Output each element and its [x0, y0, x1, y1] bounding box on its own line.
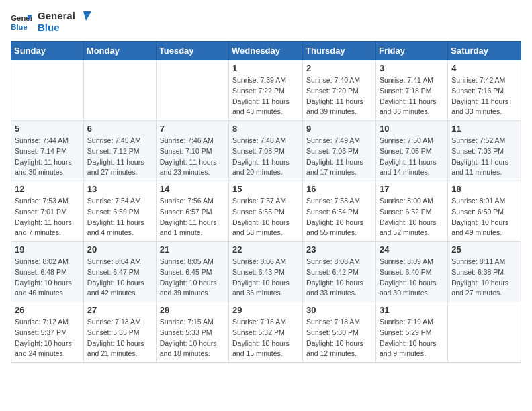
calendar-cell: 12Sunrise: 7:53 AM Sunset: 7:01 PM Dayli… — [11, 181, 84, 242]
day-info: Sunrise: 7:53 AM Sunset: 7:01 PM Dayligh… — [15, 196, 80, 238]
svg-marker-3 — [83, 11, 91, 21]
day-info: Sunrise: 7:52 AM Sunset: 7:03 PM Dayligh… — [451, 136, 517, 178]
calendar-cell: 18Sunrise: 8:01 AM Sunset: 6:50 PM Dayli… — [448, 181, 521, 242]
day-number: 1 — [232, 63, 299, 73]
calendar-cell: 24Sunrise: 8:09 AM Sunset: 6:40 PM Dayli… — [375, 242, 447, 302]
calendar-cell: 5Sunrise: 7:44 AM Sunset: 7:14 PM Daylig… — [11, 121, 84, 181]
calendar-cell: 9Sunrise: 7:49 AM Sunset: 7:06 PM Daylig… — [303, 121, 376, 181]
day-info: Sunrise: 7:54 AM Sunset: 6:59 PM Dayligh… — [87, 196, 152, 238]
calendar-body: 1Sunrise: 7:39 AM Sunset: 7:22 PM Daylig… — [11, 60, 521, 363]
day-info: Sunrise: 7:12 AM Sunset: 5:37 PM Dayligh… — [15, 317, 80, 359]
day-number: 6 — [87, 124, 152, 134]
day-number: 27 — [87, 305, 152, 315]
day-number: 22 — [232, 244, 299, 255]
calendar-cell: 2Sunrise: 7:40 AM Sunset: 7:20 PM Daylig… — [303, 60, 376, 121]
day-number: 17 — [380, 184, 444, 194]
day-number: 11 — [451, 124, 517, 134]
day-info: Sunrise: 8:08 AM Sunset: 6:42 PM Dayligh… — [306, 257, 372, 299]
day-info: Sunrise: 8:11 AM Sunset: 6:38 PM Dayligh… — [451, 257, 517, 299]
day-info: Sunrise: 7:19 AM Sunset: 5:29 PM Dayligh… — [380, 317, 444, 359]
calendar-cell: 17Sunrise: 8:00 AM Sunset: 6:52 PM Dayli… — [375, 181, 447, 242]
calendar-cell: 22Sunrise: 8:06 AM Sunset: 6:43 PM Dayli… — [229, 242, 303, 302]
day-number: 31 — [380, 305, 444, 315]
calendar-cell: 21Sunrise: 8:05 AM Sunset: 6:45 PM Dayli… — [156, 242, 228, 302]
day-info: Sunrise: 7:40 AM Sunset: 7:20 PM Dayligh… — [306, 75, 372, 118]
calendar-cell: 11Sunrise: 7:52 AM Sunset: 7:03 PM Dayli… — [448, 121, 521, 181]
day-info: Sunrise: 7:50 AM Sunset: 7:05 PM Dayligh… — [380, 136, 444, 178]
day-info: Sunrise: 7:57 AM Sunset: 6:55 PM Dayligh… — [232, 196, 299, 238]
calendar-cell — [83, 60, 156, 121]
day-info: Sunrise: 8:05 AM Sunset: 6:45 PM Dayligh… — [160, 257, 225, 299]
day-number: 21 — [160, 244, 225, 255]
day-info: Sunrise: 7:49 AM Sunset: 7:06 PM Dayligh… — [306, 136, 372, 178]
day-number: 30 — [306, 305, 372, 315]
day-info: Sunrise: 8:01 AM Sunset: 6:50 PM Dayligh… — [451, 196, 517, 238]
day-number: 3 — [380, 63, 444, 73]
day-info: Sunrise: 8:00 AM Sunset: 6:52 PM Dayligh… — [380, 196, 444, 238]
calendar-cell: 20Sunrise: 8:04 AM Sunset: 6:47 PM Dayli… — [83, 242, 156, 302]
day-info: Sunrise: 7:18 AM Sunset: 5:30 PM Dayligh… — [306, 317, 372, 359]
calendar-cell: 27Sunrise: 7:13 AM Sunset: 5:35 PM Dayli… — [83, 302, 156, 363]
day-info: Sunrise: 7:45 AM Sunset: 7:12 PM Dayligh… — [87, 136, 152, 178]
calendar-cell: 8Sunrise: 7:48 AM Sunset: 7:08 PM Daylig… — [229, 121, 303, 181]
day-number: 15 — [232, 184, 299, 194]
day-number: 18 — [451, 184, 517, 194]
day-info: Sunrise: 7:41 AM Sunset: 7:18 PM Dayligh… — [380, 75, 444, 118]
day-number: 9 — [306, 124, 372, 134]
week-row-5: 26Sunrise: 7:12 AM Sunset: 5:37 PM Dayli… — [11, 302, 521, 363]
weekday-monday: Monday — [83, 42, 156, 60]
weekday-header-row: SundayMondayTuesdayWednesdayThursdayFrid… — [11, 42, 521, 60]
logo: General Blue General Blue — [11, 11, 91, 33]
calendar-cell: 7Sunrise: 7:46 AM Sunset: 7:10 PM Daylig… — [156, 121, 228, 181]
weekday-saturday: Saturday — [448, 42, 521, 60]
calendar-cell: 4Sunrise: 7:42 AM Sunset: 7:16 PM Daylig… — [448, 60, 521, 121]
weekday-sunday: Sunday — [11, 42, 84, 60]
calendar-cell: 23Sunrise: 8:08 AM Sunset: 6:42 PM Dayli… — [303, 242, 376, 302]
page-header: General Blue General Blue — [11, 11, 521, 33]
day-info: Sunrise: 7:56 AM Sunset: 6:57 PM Dayligh… — [160, 196, 225, 238]
day-number: 10 — [380, 124, 444, 134]
weekday-friday: Friday — [375, 42, 447, 60]
week-row-4: 19Sunrise: 8:02 AM Sunset: 6:48 PM Dayli… — [11, 242, 521, 302]
calendar-cell: 6Sunrise: 7:45 AM Sunset: 7:12 PM Daylig… — [83, 121, 156, 181]
logo-general: General — [38, 11, 75, 22]
calendar-cell: 14Sunrise: 7:56 AM Sunset: 6:57 PM Dayli… — [156, 181, 228, 242]
calendar-cell: 26Sunrise: 7:12 AM Sunset: 5:37 PM Dayli… — [11, 302, 84, 363]
day-number: 25 — [451, 244, 517, 255]
day-number: 5 — [15, 124, 80, 134]
day-number: 13 — [87, 184, 152, 194]
day-number: 16 — [306, 184, 372, 194]
day-info: Sunrise: 8:06 AM Sunset: 6:43 PM Dayligh… — [232, 257, 299, 299]
day-number: 24 — [380, 244, 444, 255]
day-info: Sunrise: 7:42 AM Sunset: 7:16 PM Dayligh… — [451, 75, 517, 118]
day-number: 19 — [15, 244, 80, 255]
calendar-cell: 10Sunrise: 7:50 AM Sunset: 7:05 PM Dayli… — [375, 121, 447, 181]
day-number: 2 — [306, 63, 372, 73]
calendar-cell — [156, 60, 228, 121]
day-number: 14 — [160, 184, 225, 194]
calendar-cell: 3Sunrise: 7:41 AM Sunset: 7:18 PM Daylig… — [375, 60, 447, 121]
day-number: 26 — [15, 305, 80, 315]
calendar-cell: 25Sunrise: 8:11 AM Sunset: 6:38 PM Dayli… — [448, 242, 521, 302]
day-info: Sunrise: 8:09 AM Sunset: 6:40 PM Dayligh… — [380, 257, 444, 299]
day-number: 12 — [15, 184, 80, 194]
day-number: 4 — [451, 63, 517, 73]
day-number: 7 — [160, 124, 225, 134]
day-number: 8 — [232, 124, 299, 134]
day-info: Sunrise: 8:02 AM Sunset: 6:48 PM Dayligh… — [15, 257, 80, 299]
day-info: Sunrise: 7:15 AM Sunset: 5:33 PM Dayligh… — [160, 317, 225, 359]
weekday-tuesday: Tuesday — [156, 42, 228, 60]
week-row-1: 1Sunrise: 7:39 AM Sunset: 7:22 PM Daylig… — [11, 60, 521, 121]
day-number: 29 — [232, 305, 299, 315]
weekday-thursday: Thursday — [303, 42, 376, 60]
weekday-wednesday: Wednesday — [229, 42, 303, 60]
day-info: Sunrise: 7:58 AM Sunset: 6:54 PM Dayligh… — [306, 196, 372, 238]
logo-blue: Blue — [38, 22, 75, 34]
day-info: Sunrise: 7:44 AM Sunset: 7:14 PM Dayligh… — [15, 136, 80, 178]
day-info: Sunrise: 7:16 AM Sunset: 5:32 PM Dayligh… — [232, 317, 299, 359]
calendar-cell: 15Sunrise: 7:57 AM Sunset: 6:55 PM Dayli… — [229, 181, 303, 242]
day-number: 28 — [160, 305, 225, 315]
calendar-cell — [11, 60, 84, 121]
calendar-cell: 13Sunrise: 7:54 AM Sunset: 6:59 PM Dayli… — [83, 181, 156, 242]
logo-arrow-icon — [79, 10, 91, 22]
